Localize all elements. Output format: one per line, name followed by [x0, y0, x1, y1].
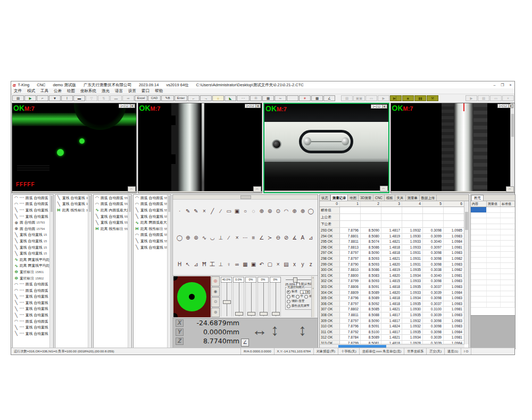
- toolbar-button-2[interactable]: ▶: [24, 95, 36, 101]
- slider-thumb[interactable]: [293, 277, 297, 283]
- tool-button-r1-2[interactable]: ✎: [184, 208, 192, 214]
- mode-radio-color[interactable]: [287, 304, 290, 308]
- camera-hscrollbar[interactable]: [391, 191, 515, 193]
- tree-item[interactable]: ◠圆弧自动圆弧55: [134, 232, 171, 238]
- table-row[interactable]: 301 OK7.88008.50831.48201.09340.30401.09…: [320, 273, 464, 279]
- tree-item[interactable]: ⊖直径标注15802: [13, 275, 53, 282]
- menu-模式[interactable]: 模式: [24, 88, 38, 94]
- element-row[interactable]: [471, 224, 515, 230]
- size-radio-粗[interactable]: [287, 295, 290, 299]
- table-row[interactable]: 294 OK7.88018.50801.48191.09300.30991.09…: [320, 234, 464, 240]
- tool-button-r3-9[interactable]: ▦: [241, 261, 249, 267]
- ringlight-mode-button-2[interactable]: ◉: [211, 287, 220, 297]
- element-row[interactable]: [471, 302, 515, 308]
- tree-item[interactable]: ◠圆弧自动圆弧55: [94, 201, 131, 208]
- chevron-down-icon[interactable]: ▼: [130, 104, 135, 108]
- toolbar-button-6[interactable]: ▬: [73, 95, 85, 101]
- tool-button-r2-2[interactable]: ⊕: [184, 235, 192, 241]
- tool-button-r3-8[interactable]: ∞: [233, 261, 241, 267]
- camera-hscrollbar[interactable]: [12, 191, 136, 193]
- tool-button-r3-13[interactable]: ×: [274, 261, 282, 267]
- table-row[interactable]: 300 OK7.88108.50861.48191.09350.30381.09…: [320, 267, 464, 273]
- tool-button-r3-2[interactable]: ↖: [184, 261, 192, 267]
- menu-激光[interactable]: 激光: [99, 88, 112, 94]
- tree-item[interactable]: ╲直线自动直线15: [13, 244, 53, 251]
- tree-item[interactable]: ╲***直线自动直线: [13, 312, 53, 318]
- tab-测量单[interactable]: 测量单: [406, 195, 420, 201]
- tree-item[interactable]: H距离线性标注55: [134, 226, 171, 232]
- tab-状态[interactable]: 状态: [320, 195, 330, 201]
- tool-button-r3-12[interactable]: ▢: [266, 261, 274, 267]
- toolbar-button-23[interactable]: [287, 95, 298, 101]
- chevron-down-icon[interactable]: ▼: [256, 104, 261, 108]
- table-row[interactable]: 306 OK7.87978.50921.48181.09350.30371.09…: [320, 301, 464, 307]
- element-row[interactable]: [471, 269, 515, 275]
- toolbar-button-20[interactable]: ☉: [250, 95, 262, 101]
- tool-button-r2-16[interactable]: A: [298, 235, 306, 241]
- toolbar-button-33[interactable]: ■: [402, 95, 414, 101]
- menu-工具[interactable]: 工具: [38, 88, 51, 94]
- tool-button-r2-13[interactable]: ⊖: [274, 235, 282, 241]
- tab-CNC[interactable]: CNC: [373, 195, 385, 201]
- tree-item[interactable]: ╲直线自动直线55: [94, 213, 131, 220]
- slider-track[interactable]: [270, 283, 281, 316]
- tool-button-r2-15[interactable]: ∡: [290, 235, 298, 241]
- minimize-button[interactable]: –: [491, 82, 498, 88]
- table-row[interactable]: 297 OK7.87978.50901.48181.09310.30981.09…: [320, 250, 464, 256]
- tree-item[interactable]: ╲***直线自动直线: [13, 300, 53, 306]
- tree-item[interactable]: ╲直线自动直线55: [134, 244, 171, 251]
- table-vertical-scrollbar[interactable]: [464, 201, 469, 344]
- tool-button-r2-7[interactable]: ∕: [225, 235, 232, 241]
- close-button[interactable]: ×: [506, 82, 514, 88]
- slider-track[interactable]: [245, 283, 256, 316]
- toolbar-button-16[interactable]: →: [200, 95, 212, 101]
- tree-item[interactable]: ∿距离内圆弧最大距: [94, 207, 131, 213]
- tree-item[interactable]: ◠***圆弧自动圆弧: [13, 287, 53, 294]
- ringlight-center[interactable]: [189, 294, 195, 300]
- tree-item[interactable]: ◠圆弧自动圆弧55: [134, 201, 171, 208]
- toolbar-button-35[interactable]: ⚒: [427, 95, 438, 101]
- tree-item[interactable]: ╲***直线自动直线: [13, 294, 53, 300]
- tree-item[interactable]: ╲直线自动直线34: [55, 201, 92, 208]
- light-slider-2[interactable]: 0.0%: [233, 277, 244, 317]
- table-row[interactable]: 312 OK7.87848.50891.48211.09340.30391.09…: [320, 335, 464, 341]
- chevron-down-icon[interactable]: ▼: [509, 104, 513, 108]
- tool-button-r2-3[interactable]: ⊛: [192, 235, 200, 241]
- table-row[interactable]: 下公差: [320, 221, 464, 228]
- tree-item[interactable]: ╲***直线自动直线: [13, 324, 53, 331]
- toolbar-button-24[interactable]: ☀: [299, 95, 311, 101]
- tree-item[interactable]: ◠圆弧自动圆弧55: [94, 195, 131, 201]
- camera-scrollbar[interactable]: [510, 103, 514, 191]
- size-radio-细[interactable]: [304, 295, 308, 299]
- menu-坐标系统[interactable]: 坐标系统: [78, 88, 99, 94]
- slider-thumb[interactable]: [223, 300, 231, 304]
- tool-button-r3-5[interactable]: 工: [209, 261, 217, 267]
- tool-button-r1-15[interactable]: ⊕: [290, 208, 298, 214]
- table-row[interactable]: 293 OK7.87968.50901.48171.09320.30981.09…: [320, 228, 464, 234]
- tree-item[interactable]: ∿距离两直线平均距: [13, 257, 53, 263]
- channel-select[interactable]: 1 ▼: [300, 290, 310, 294]
- camera-zoom-dropdown[interactable]: 1=212▼: [371, 104, 387, 109]
- chevron-down-icon[interactable]: ▼: [383, 104, 387, 109]
- ringlight-indicator[interactable]: [173, 276, 211, 317]
- size-radio-中[interactable]: [296, 295, 300, 299]
- toolbar-button-25[interactable]: ▩: [311, 95, 323, 101]
- toolbar-button-18[interactable]: ◣: [225, 95, 236, 101]
- tool-button-r2-12[interactable]: ≻: [266, 235, 274, 241]
- tool-button-r3-16[interactable]: y: [298, 261, 306, 267]
- element-row[interactable]: [471, 246, 515, 252]
- tree-item[interactable]: ◠***圆弧自动圆弧: [13, 201, 53, 208]
- tree-item[interactable]: ╲***直线自动直线: [13, 213, 53, 220]
- table-row[interactable]: 299 OK7.87908.50931.48201.09310.30981.09…: [320, 262, 464, 268]
- tool-button-r3-15[interactable]: x: [290, 261, 298, 267]
- table-row[interactable]: 296 OK7.88138.50861.48181.09330.30971.09…: [320, 245, 464, 251]
- tool-button-r2-8[interactable]: ×: [233, 235, 241, 241]
- tree-item[interactable]: ╲***直线自动直线: [13, 207, 53, 213]
- tab-夹具[interactable]: 夹具: [395, 195, 406, 201]
- table-row[interactable]: 302 OK7.87998.50931.48151.09330.30981.09…: [320, 278, 464, 284]
- tool-button-r2-14[interactable]: ⊘: [282, 235, 290, 241]
- table-row[interactable]: 307 OK7.88028.50851.48211.09300.31001.09…: [320, 307, 464, 312]
- table-row[interactable]: 298 OK7.87978.50931.48211.09310.30981.09…: [320, 256, 464, 262]
- camera-view-2[interactable]: OKM:71=212▼⇔: [138, 103, 263, 193]
- chevron-down-icon[interactable]: ▼: [306, 290, 310, 294]
